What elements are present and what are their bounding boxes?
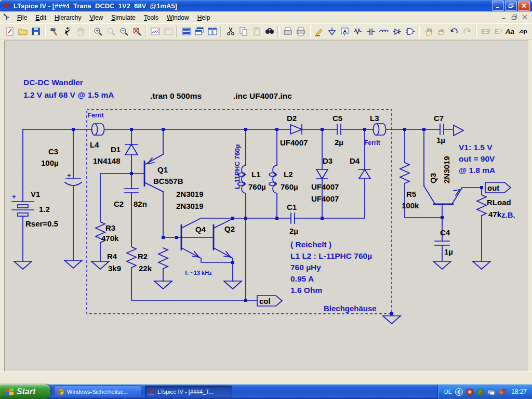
halt-icon[interactable] — [73, 25, 86, 38]
mdi-close-button[interactable] — [522, 14, 528, 21]
redo-icon[interactable] — [460, 25, 473, 38]
directive-inc[interactable]: .inc UF4007.inc — [233, 91, 292, 100]
component-c5[interactable] — [337, 124, 341, 135]
control-panel-hammer-icon[interactable] — [47, 25, 60, 38]
open-file-icon[interactable] — [16, 25, 29, 38]
plot-pan-icon[interactable] — [162, 25, 175, 38]
task-ltspice[interactable]: LTspice IV - [###4_T... — [145, 385, 232, 398]
label-l2-name: L2 — [284, 170, 293, 179]
close-button[interactable] — [518, 1, 530, 11]
find-icon[interactable] — [263, 25, 276, 38]
paste-icon[interactable] — [250, 25, 263, 38]
title-bar[interactable]: LTspice IV - [###4_Trans_DCDC_1V2_68V_@1… — [0, 0, 532, 11]
tile-horizontal-icon[interactable] — [180, 25, 193, 38]
menu-simulate[interactable]: Simulate — [107, 12, 140, 23]
cut-icon[interactable] — [224, 25, 237, 38]
component-v1[interactable] — [12, 202, 34, 216]
menu-hierarchy[interactable]: Hierarchy — [50, 12, 85, 23]
menu-window[interactable]: Window — [163, 12, 193, 23]
menu-view[interactable]: View — [85, 12, 107, 23]
menu-file[interactable]: File — [13, 12, 31, 23]
copy-icon[interactable] — [237, 25, 250, 38]
mdi-restore-button[interactable] — [511, 14, 517, 21]
save-icon[interactable] — [29, 25, 42, 38]
run-icon[interactable] — [60, 25, 73, 38]
place-ground-icon[interactable] — [325, 25, 338, 38]
zoom-out-icon[interactable] — [117, 25, 130, 38]
component-c1[interactable] — [291, 213, 295, 223]
label-q2-value: 2N3019 — [176, 202, 204, 210]
component-rload[interactable] — [477, 195, 486, 216]
component-l4[interactable] — [92, 124, 104, 135]
task-windows-security[interactable]: Windows-Sicherheitsc... — [54, 385, 141, 398]
component-r4[interactable] — [127, 247, 136, 268]
cascade-windows-icon[interactable] — [193, 25, 206, 38]
toolbar-separator — [475, 26, 477, 37]
place-text-icon[interactable]: Aa — [504, 25, 517, 38]
component-c7[interactable] — [440, 124, 444, 135]
output-port-arrow[interactable] — [454, 125, 463, 136]
spice-directive-icon[interactable]: .op — [517, 25, 530, 38]
draw-wire-pencil-icon[interactable] — [312, 25, 325, 38]
component-l2[interactable] — [269, 165, 277, 193]
component-d1[interactable] — [125, 144, 138, 155]
move-hand-icon[interactable] — [421, 25, 434, 38]
net-flag-col[interactable]: col — [257, 296, 282, 306]
label-v1-rser: Rser=0.5 — [25, 219, 58, 228]
language-indicator[interactable]: DE — [444, 389, 452, 395]
mdi-minimize-button[interactable] — [501, 14, 507, 21]
label-c3-plus: + — [67, 171, 71, 179]
toolbar-separator — [145, 26, 147, 37]
new-schematic-icon[interactable] — [3, 25, 16, 38]
schematic-svg[interactable]: col out .tran 0 500ms .inc UF4007.inc DC… — [5, 41, 528, 372]
tray-app-icon[interactable] — [498, 388, 506, 395]
comment-reichelt-2: L1 L2 : L-11PHC 760µ — [290, 251, 372, 260]
component-c4[interactable] — [435, 241, 449, 245]
directive-tran[interactable]: .tran 0 500ms — [150, 91, 202, 100]
menu-tools[interactable]: Tools — [140, 12, 163, 23]
label-rload-value: 47k — [488, 210, 502, 219]
plot-settings-icon[interactable] — [149, 25, 162, 38]
place-net-label-icon[interactable]: A — [338, 25, 351, 38]
place-component-icon[interactable] — [403, 25, 416, 38]
label-d1-value: 1N4148 — [93, 156, 121, 165]
component-r5[interactable] — [400, 163, 409, 183]
tray-antivirus-icon[interactable] — [476, 388, 484, 396]
restore-button[interactable] — [505, 1, 517, 11]
component-d4[interactable] — [359, 169, 370, 179]
net-flag-out[interactable]: out — [485, 182, 511, 193]
place-inductor-icon[interactable] — [377, 25, 390, 38]
place-diode-icon[interactable] — [390, 25, 403, 38]
component-l3[interactable] — [374, 124, 386, 135]
label-r2-value: 22k — [139, 264, 152, 273]
tile-vertical-icon[interactable] — [206, 25, 219, 38]
zoom-fit-icon[interactable] — [130, 25, 143, 38]
drag-hand-icon[interactable] — [434, 25, 447, 38]
minimize-button[interactable] — [492, 1, 504, 11]
label-c5-value: 2µ — [335, 138, 343, 147]
zoom-back-icon[interactable] — [104, 25, 117, 38]
start-button[interactable]: Start — [0, 384, 50, 399]
component-c3[interactable] — [65, 179, 82, 185]
menu-edit[interactable]: Edit — [31, 12, 50, 23]
undo-icon[interactable] — [447, 25, 460, 38]
label-v1-plus: + — [12, 193, 16, 201]
component-d2[interactable] — [290, 125, 302, 134]
component-d3[interactable] — [316, 169, 328, 179]
tray-chevron-icon[interactable] — [455, 388, 463, 396]
place-capacitor-icon[interactable] — [364, 25, 377, 38]
label-c3-value: 100µ — [41, 158, 59, 167]
place-resistor-icon[interactable] — [351, 25, 364, 38]
print-preview-icon[interactable] — [281, 25, 294, 38]
rotate-icon[interactable]: E — [491, 25, 504, 38]
tray-security-alert-icon[interactable] — [466, 388, 473, 396]
zoom-in-icon[interactable] — [91, 25, 104, 38]
component-c2[interactable] — [125, 189, 138, 193]
tray-updates-icon[interactable] — [487, 388, 495, 395]
component-r2[interactable] — [158, 248, 168, 269]
schematic-canvas[interactable]: col out .tran 0 500ms .inc UF4007.inc DC… — [4, 41, 528, 372]
mirror-icon[interactable]: EƎ — [478, 25, 491, 38]
menu-help[interactable]: Help — [193, 12, 215, 23]
component-q3[interactable] — [424, 186, 462, 204]
print-icon[interactable] — [294, 25, 307, 38]
